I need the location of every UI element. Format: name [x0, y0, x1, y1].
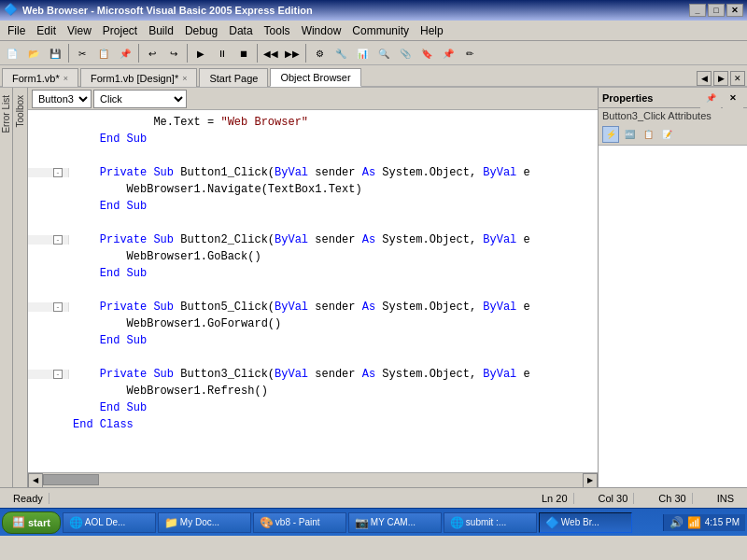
toolbar-sep4 — [257, 44, 258, 63]
props-sort-category[interactable]: ⚡ — [602, 126, 619, 143]
collapse-btn-3[interactable]: - — [53, 302, 63, 312]
main-area: Error List Toolbox Button3 Click Me.Text… — [0, 88, 747, 487]
toolbar-btn7[interactable]: 📌 — [438, 43, 458, 63]
toolbar-btn8[interactable]: ✏ — [459, 43, 480, 63]
toolbar-btn4[interactable]: 🔍 — [374, 43, 394, 63]
cut-btn[interactable]: ✂ — [72, 43, 92, 63]
menu-community[interactable]: Community — [346, 22, 415, 39]
close-button[interactable]: ✕ — [726, 4, 743, 17]
menu-file[interactable]: File — [2, 22, 31, 39]
line-margin-12: - — [28, 302, 69, 312]
tab-close-active[interactable]: ✕ — [730, 71, 745, 86]
menu-debug[interactable]: Debug — [179, 22, 223, 39]
menu-build[interactable]: Build — [143, 22, 179, 39]
props-sort-alpha[interactable]: 🔤 — [621, 126, 638, 143]
nav-fwd-btn[interactable]: ▶▶ — [282, 43, 303, 63]
code-line-10: End Sub — [28, 265, 598, 282]
menu-tools[interactable]: Tools — [259, 22, 296, 39]
menu-bar: File Edit View Project Build Debug Data … — [0, 21, 747, 41]
props-events-view[interactable]: 📝 — [658, 126, 675, 143]
menu-help[interactable]: Help — [415, 22, 449, 39]
clock: 4:15 PM — [705, 517, 740, 527]
toolbox-sidebar: Toolbox — [13, 88, 28, 487]
code-line-19: End Class — [28, 416, 598, 433]
tab-start-page[interactable]: Start Page — [199, 68, 268, 87]
scroll-track[interactable] — [43, 473, 583, 488]
collapse-btn-4[interactable]: - — [53, 370, 63, 379]
prop-close-btn[interactable]: ✕ — [723, 88, 743, 108]
taskbar-item-2[interactable]: 🎨 vb8 - Paint — [253, 512, 346, 533]
code-text-1: Me.Text = "Web Browser" — [69, 114, 308, 131]
close-tab-form1design[interactable]: × — [182, 74, 187, 83]
copy-btn[interactable]: 📋 — [93, 43, 114, 63]
tab-object-browser[interactable]: Object Browser — [270, 68, 360, 87]
tab-form1vb-design[interactable]: Form1.vb [Design]* × — [80, 68, 197, 87]
code-line-5: WebBrowser1.Navigate(TextBox1.Text) — [28, 181, 598, 198]
new-project-btn[interactable]: 📄 — [2, 43, 22, 63]
code-line-3 — [28, 147, 598, 164]
toolbar-btn5[interactable]: 📎 — [395, 43, 416, 63]
taskbar-item-5[interactable]: 🔷 Web Br... — [539, 512, 632, 533]
error-label[interactable]: Error List — [1, 95, 11, 133]
toolbar-btn1[interactable]: ⚙ — [309, 43, 330, 63]
properties-header-btns: 📌 ✕ — [700, 88, 743, 108]
stop-btn[interactable]: ⏹ — [233, 43, 254, 63]
toolbar-btn3[interactable]: 📊 — [352, 43, 373, 63]
start-button[interactable]: 🪟 start — [2, 511, 61, 534]
taskbar-item-3[interactable]: 📷 MY CAM... — [348, 512, 442, 533]
event-selector[interactable]: Click — [93, 90, 187, 108]
taskbar-item-4[interactable]: 🌐 submit :... — [444, 512, 537, 533]
paste-btn[interactable]: 📌 — [115, 43, 135, 63]
props-properties-view[interactable]: 📋 — [640, 126, 656, 143]
object-selector[interactable]: Button3 — [32, 90, 92, 108]
save-btn[interactable]: 💾 — [45, 43, 65, 63]
start-btn[interactable]: ▶ — [190, 43, 211, 63]
code-text-6: End Sub — [69, 198, 147, 215]
status-bar: Ready Ln 20 Col 30 Ch 30 INS — [0, 487, 747, 508]
taskbar-icon-1: 📁 — [164, 516, 177, 529]
code-text-13: WebBrowser1.GoForward() — [69, 315, 281, 332]
code-content[interactable]: Me.Text = "Web Browser" End Sub - Privat… — [28, 110, 598, 472]
collapse-btn-2[interactable]: - — [53, 235, 63, 245]
code-text-4: Private Sub Button1_Click(ByVal sender A… — [69, 164, 530, 181]
tab-scroll-right[interactable]: ▶ — [713, 71, 728, 86]
toolbox-label[interactable]: Toolbox — [15, 95, 25, 127]
minimize-button[interactable]: _ — [689, 4, 706, 17]
scroll-thumb[interactable] — [43, 474, 99, 485]
close-tab-form1vb[interactable]: × — [63, 74, 68, 83]
tab-form1vb[interactable]: Form1.vb* × — [2, 68, 78, 87]
toolbar-row1: 📄 📂 💾 ✂ 📋 📌 ↩ ↪ ▶ ⏸ ⏹ ◀◀ ▶▶ ⚙ 🔧 📊 🔍 📎 🔖 … — [0, 41, 747, 65]
app-icon: 🔷 — [4, 3, 19, 18]
redo-btn[interactable]: ↪ — [163, 43, 184, 63]
code-line-17: WebBrowser1.Refresh() — [28, 383, 598, 399]
taskbar-item-1[interactable]: 📁 My Doc... — [158, 512, 251, 533]
title-text: Web Browser - Microsoft Visual Basic 200… — [22, 5, 689, 16]
properties-content[interactable] — [599, 146, 747, 487]
menu-window[interactable]: Window — [296, 22, 347, 39]
scroll-right-arrow[interactable]: ▶ — [583, 473, 598, 488]
properties-panel: Properties 📌 ✕ Button3_Click Attributes … — [598, 88, 747, 487]
tab-scroll-left[interactable]: ◀ — [697, 71, 712, 86]
menu-data[interactable]: Data — [223, 22, 258, 39]
collapse-btn-1[interactable]: - — [53, 168, 63, 177]
menu-view[interactable]: View — [62, 22, 97, 39]
code-line-11 — [28, 282, 598, 299]
taskbar-item-0[interactable]: 🌐 AOL De... — [63, 512, 156, 533]
open-btn[interactable]: 📂 — [23, 43, 44, 63]
maximize-button[interactable]: □ — [708, 4, 725, 17]
menu-edit[interactable]: Edit — [31, 22, 62, 39]
code-line-15 — [28, 349, 598, 366]
nav-back-btn[interactable]: ◀◀ — [261, 43, 281, 63]
toolbar-sep5 — [305, 44, 306, 63]
scroll-left-arrow[interactable]: ◀ — [28, 473, 43, 488]
horiz-scrollbar[interactable]: ◀ ▶ — [28, 472, 598, 487]
toolbar-btn6[interactable]: 🔖 — [416, 43, 437, 63]
toolbar-btn2[interactable]: 🔧 — [331, 43, 351, 63]
menu-project[interactable]: Project — [97, 22, 143, 39]
code-line-2: End Sub — [28, 131, 598, 147]
toolbar-sep1 — [68, 44, 69, 63]
status-col: Col 30 — [593, 493, 635, 504]
pause-btn[interactable]: ⏸ — [212, 43, 233, 63]
undo-btn[interactable]: ↩ — [142, 43, 162, 63]
prop-pin-btn[interactable]: 📌 — [700, 88, 721, 108]
